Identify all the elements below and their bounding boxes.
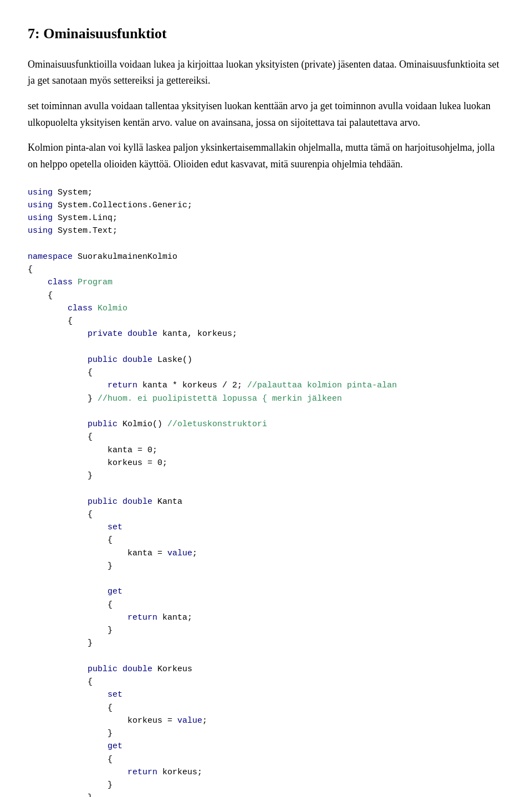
page-title: 7: Ominaisuusfunktiot bbox=[28, 22, 504, 45]
paragraph-2: set toiminnan avulla voidaan tallentaa y… bbox=[28, 98, 504, 131]
code-block: using System; using System.Collections.G… bbox=[28, 186, 504, 797]
prose-section: Ominaisuusfunktioilla voidaan lukea ja k… bbox=[28, 57, 504, 173]
paragraph-1: Ominaisuusfunktioilla voidaan lukea ja k… bbox=[28, 57, 504, 89]
paragraph-3: Kolmion pinta-alan voi kyllä laskea palj… bbox=[28, 140, 504, 172]
